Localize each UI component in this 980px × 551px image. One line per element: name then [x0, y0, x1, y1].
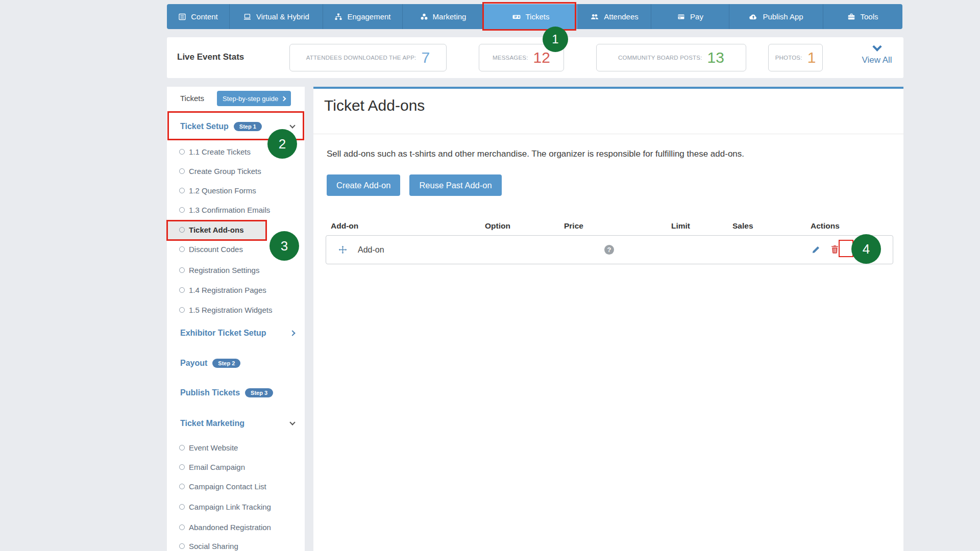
- tab-label: Tools: [860, 12, 878, 21]
- step-by-step-guide-button[interactable]: Step-by-step guide: [217, 91, 291, 106]
- stat-attendees-downloaded: ATTENDEES DOWNLOADED THE APP: 7: [289, 44, 447, 71]
- sidebar-item-email-campaign[interactable]: Email Campaign: [179, 461, 245, 473]
- tab-marketing[interactable]: Marketing: [403, 4, 484, 29]
- tab-attendees[interactable]: Attendees: [578, 4, 651, 29]
- circle-bullet-icon: [179, 464, 185, 470]
- help-icon[interactable]: [604, 245, 614, 255]
- stats-title: Live Event Stats: [177, 52, 244, 62]
- content-list-icon: [178, 13, 186, 21]
- sidebar-item-create-tickets[interactable]: 1.1 Create Tickets: [179, 145, 251, 158]
- sidebar-item-registration-settings[interactable]: Registration Settings: [179, 264, 259, 276]
- column-header-add-on: Add-on: [331, 221, 358, 231]
- page-title: Ticket Add-ons: [324, 97, 425, 114]
- cloud-upload-icon: [749, 13, 758, 21]
- reuse-past-add-on-button[interactable]: Reuse Past Add-on: [409, 174, 501, 196]
- column-header-sales: Sales: [732, 221, 753, 231]
- sidebar-item-registration-pages[interactable]: 1.4 Registration Pages: [179, 284, 266, 296]
- tab-pay[interactable]: Pay: [651, 4, 729, 29]
- divider: [313, 134, 903, 134]
- tab-label: Tickets: [526, 12, 550, 21]
- stat-photos: PHOTOS: 1: [768, 44, 823, 71]
- sidebar-section-ticket-marketing[interactable]: Ticket Marketing: [180, 416, 299, 431]
- tab-publish-app[interactable]: Publish App: [729, 4, 823, 29]
- stat-value: 12: [533, 49, 550, 66]
- annotation-step-1: 1: [543, 27, 568, 52]
- laptop-icon: [243, 13, 252, 21]
- table-row: Add-on: [326, 235, 893, 264]
- chevron-right-icon: [281, 96, 286, 101]
- briefcase-icon: [847, 13, 855, 21]
- sidebar-item-question-forms[interactable]: 1.2 Question Forms: [179, 184, 256, 196]
- credit-card-icon: [677, 13, 685, 21]
- section-label: Publish Tickets: [180, 388, 240, 397]
- sidebar-item-label: 1.4 Registration Pages: [189, 286, 266, 294]
- view-all-button[interactable]: View All: [855, 42, 899, 65]
- sidebar-item-label: Registration Settings: [189, 266, 259, 274]
- sidebar-title: Tickets: [180, 94, 204, 103]
- sitemap-icon: [334, 13, 342, 21]
- column-header-limit: Limit: [671, 221, 690, 231]
- trash-icon[interactable]: [831, 245, 839, 256]
- guide-button-label: Step-by-step guide: [223, 95, 278, 103]
- move-icon[interactable]: [338, 245, 347, 256]
- sidebar-section-exhibitor-ticket-setup[interactable]: Exhibitor Ticket Setup: [180, 326, 299, 340]
- sidebar-item-registration-widgets[interactable]: 1.5 Registration Widgets: [179, 304, 272, 316]
- sidebar-item-label: Event Website: [189, 443, 238, 452]
- section-label: Ticket Setup: [180, 122, 229, 131]
- stat-community-posts: COMMUNITY BOARD POSTS: 13: [596, 44, 746, 71]
- sidebar-section-publish-tickets[interactable]: Publish Tickets Step 3: [180, 386, 299, 400]
- circle-bullet-icon: [179, 246, 185, 252]
- tab-label: Engagement: [347, 12, 390, 21]
- sidebar-item-social-sharing[interactable]: Social Sharing: [179, 540, 238, 551]
- stat-value: 7: [421, 49, 430, 66]
- sidebar-section-payout[interactable]: Payout Step 2: [180, 356, 299, 370]
- add-on-name: Add-on: [358, 245, 384, 255]
- step-1-badge: Step 1: [234, 122, 262, 131]
- ticket-add-ons-panel: Ticket Add-ons Sell add-ons such as t-sh…: [313, 87, 903, 551]
- column-header-actions: Actions: [811, 221, 840, 231]
- create-add-on-button[interactable]: Create Add-on: [327, 174, 400, 196]
- sidebar-item-campaign-contact-list[interactable]: Campaign Contact List: [179, 480, 266, 492]
- sidebar-item-discount-codes[interactable]: Discount Codes: [179, 243, 243, 255]
- tab-virtual-hybrid[interactable]: Virtual & Hybrid: [230, 4, 323, 29]
- sidebar-item-label: Social Sharing: [189, 542, 238, 550]
- stat-value: 1: [807, 49, 816, 66]
- sidebar-item-label: Abandoned Registration: [189, 523, 271, 532]
- annotation-step-3: 3: [270, 231, 299, 261]
- stat-label: PHOTOS:: [775, 55, 802, 61]
- circle-bullet-icon: [179, 168, 185, 174]
- sidebar-item-abandoned-registration[interactable]: Abandoned Registration: [179, 521, 271, 533]
- sidebar-item-ticket-add-ons[interactable]: Ticket Add-ons: [179, 223, 244, 236]
- tab-tickets[interactable]: Tickets: [484, 4, 578, 29]
- tab-engagement[interactable]: Engagement: [323, 4, 403, 29]
- live-event-stats-bar: Live Event Stats ATTENDEES DOWNLOADED TH…: [167, 37, 903, 78]
- sidebar-item-confirmation-emails[interactable]: 1.3 Confirmation Emails: [179, 204, 270, 216]
- column-header-price: Price: [564, 221, 583, 231]
- annotation-step-4: 4: [851, 234, 881, 264]
- circle-bullet-icon: [179, 445, 185, 450]
- sidebar-item-campaign-link-tracking[interactable]: Campaign Link Tracking: [179, 500, 271, 513]
- tab-content[interactable]: Content: [167, 4, 230, 29]
- sidebar-item-label: Discount Codes: [189, 245, 243, 254]
- sidebar-item-label: 1.3 Confirmation Emails: [189, 206, 270, 214]
- sidebar-item-create-group-tickets[interactable]: Create Group Tickets: [179, 165, 261, 177]
- circle-bullet-icon: [179, 484, 185, 489]
- sidebar-item-label: Create Group Tickets: [189, 167, 261, 176]
- sidebar-item-event-website[interactable]: Event Website: [179, 441, 238, 454]
- circle-bullet-icon: [179, 524, 185, 530]
- section-label: Ticket Marketing: [180, 419, 244, 428]
- section-label: Exhibitor Ticket Setup: [180, 329, 266, 338]
- tab-tools[interactable]: Tools: [823, 4, 902, 29]
- pencil-icon[interactable]: [812, 245, 820, 256]
- sidebar-item-label: Campaign Link Tracking: [189, 503, 271, 511]
- tab-label: Attendees: [604, 12, 639, 21]
- page-description: Sell add-ons such as t-shirts and other …: [327, 149, 744, 159]
- circle-bullet-icon: [179, 267, 185, 273]
- circle-bullet-icon: [179, 188, 185, 193]
- stat-value: 13: [707, 49, 724, 66]
- sidebar-item-label: Campaign Contact List: [189, 482, 266, 491]
- step-3-badge: Step 3: [245, 388, 273, 397]
- sidebar-item-label: 1.2 Question Forms: [189, 186, 256, 195]
- circle-bullet-icon: [179, 287, 185, 293]
- chevron-down-icon: [872, 42, 881, 51]
